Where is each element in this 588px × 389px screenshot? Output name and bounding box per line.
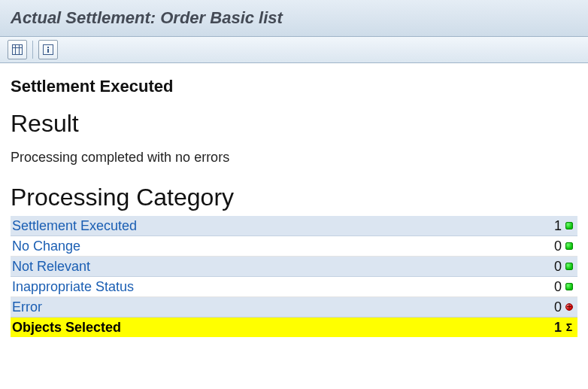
svg-rect-0 — [13, 45, 23, 55]
category-count: 1 — [544, 218, 562, 234]
category-row-no-change: No Change 0 — [11, 236, 577, 257]
status-green-icon — [564, 262, 574, 271]
page-title: Actual Settlement: Order Basic list — [11, 8, 283, 28]
category-row-not-relevant: Not Relevant 0 — [11, 257, 577, 277]
category-link[interactable]: Not Relevant — [12, 259, 544, 275]
svg-rect-5 — [47, 47, 49, 48]
sum-icon: Σ — [564, 321, 574, 333]
info-button[interactable] — [38, 40, 58, 59]
total-label: Objects Selected — [12, 320, 544, 336]
heading-processing-category: Processing Category — [11, 184, 577, 211]
layout-grid-icon — [12, 44, 23, 55]
svg-rect-6 — [47, 49, 49, 53]
result-message: Processing completed with no errors — [11, 150, 577, 166]
category-link[interactable]: Settlement Executed — [12, 218, 544, 234]
category-row-settlement-executed: Settlement Executed 1 — [11, 216, 577, 236]
toolbar — [0, 37, 588, 63]
category-row-inappropriate-status: Inappropriate Status 0 — [11, 277, 577, 297]
category-link[interactable]: Inappropriate Status — [12, 279, 544, 295]
heading-settlement-executed: Settlement Executed — [11, 77, 577, 96]
category-link[interactable]: No Change — [12, 239, 544, 254]
category-link[interactable]: Error — [12, 299, 544, 315]
info-icon — [43, 44, 53, 55]
toolbar-separator — [32, 41, 33, 59]
category-count: 0 — [544, 279, 562, 295]
status-green-icon — [564, 282, 574, 291]
category-row-error: Error 0 — [11, 297, 577, 318]
status-red-icon — [564, 302, 574, 312]
layout-grid-button[interactable] — [8, 40, 27, 59]
status-green-icon — [564, 242, 574, 251]
category-count: 0 — [544, 239, 562, 254]
total-count: 1 — [544, 320, 562, 336]
status-green-icon — [564, 221, 574, 230]
category-count: 0 — [544, 259, 562, 275]
category-list: Settlement Executed 1 No Change 0 Not Re… — [11, 216, 577, 337]
total-row-objects-selected: Objects Selected 1 Σ — [11, 318, 577, 337]
titlebar: Actual Settlement: Order Basic list — [0, 0, 588, 37]
category-count: 0 — [544, 299, 562, 315]
heading-result: Result — [11, 110, 577, 138]
content-area: Settlement Executed Result Processing co… — [0, 63, 588, 337]
